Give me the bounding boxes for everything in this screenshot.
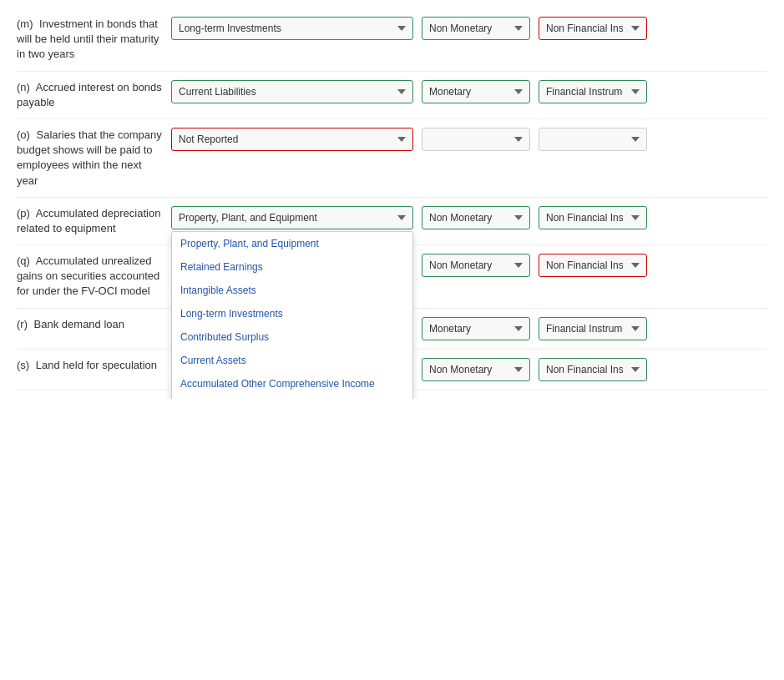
dropdowns-m: Property, Plant, and EquipmentRetained E… [171,17,767,40]
label-p: (p) Accumulated depreciation related to … [17,206,171,236]
row-letter-n: (n) [17,81,30,93]
col2-wrap-m: MonetaryNon Monetary [422,17,530,40]
col2-wrap-s: MonetaryNon Monetary [422,358,530,381]
col3-wrap-o: Financial InstrumentNon Financial Instru… [539,128,647,151]
dropdowns-p: Property, Plant, and EquipmentRetained E… [171,206,767,229]
row-letter-o: (o) [17,128,30,141]
col1-select-p[interactable]: Property, Plant, and EquipmentRetained E… [171,206,413,229]
col2-select-p[interactable]: MonetaryNon Monetary [422,206,530,229]
col2-wrap-r: MonetaryNon Monetary [422,317,530,340]
col1-select-m[interactable]: Property, Plant, and EquipmentRetained E… [171,17,413,40]
col2-select-o[interactable]: MonetaryNon Monetary [422,128,530,151]
label-m: (m) Investment in bonds that will be hel… [17,17,171,63]
col3-select-q[interactable]: Financial InstrumentNon Financial Instru… [539,254,647,277]
row-letter-r: (r) [17,318,28,330]
col2-select-m[interactable]: MonetaryNon Monetary [422,17,530,40]
col3-wrap-n: Financial InstrumentNon Financial Instru… [539,80,647,103]
col3-wrap-m: Financial InstrumentNon Financial Instru… [539,17,647,40]
label-r: (r) Bank demand loan [17,317,171,332]
dropdown-option-long-term-investments[interactable]: Long-term Investments [172,302,412,325]
label-n: (n) Accrued interest on bonds payable [17,80,171,110]
main-table: (m) Investment in bonds that will be hel… [17,8,767,390]
row-letter-m: (m) [17,18,33,30]
col2-wrap-n: MonetaryNon Monetary [422,80,530,103]
col3-select-o[interactable]: Financial InstrumentNon Financial Instru… [539,128,647,151]
dropdown-option-contributed-surplus[interactable]: Contributed Surplus [172,325,412,349]
col3-select-s[interactable]: Financial InstrumentNon Financial Instru… [539,358,647,381]
row-letter-p: (p) [17,207,30,219]
dropdown-option-intangible-assets[interactable]: Intangible Assets [172,279,412,302]
dropdown-option-capital-shares[interactable]: Capital Shares [172,395,412,399]
col2-select-q[interactable]: MonetaryNon Monetary [422,254,530,277]
col3-select-n[interactable]: Financial InstrumentNon Financial Instru… [539,80,647,103]
label-o: (o) Salaries that the company budget sho… [17,128,171,189]
col2-select-s[interactable]: MonetaryNon Monetary [422,358,530,381]
col1-select-n[interactable]: Property, Plant, and EquipmentRetained E… [171,80,413,103]
row-n: (n) Accrued interest on bonds payablePro… [17,72,767,119]
col3-wrap-q: Financial InstrumentNon Financial Instru… [539,254,647,277]
dropdowns-n: Property, Plant, and EquipmentRetained E… [171,80,767,103]
col2-select-n[interactable]: MonetaryNon Monetary [422,80,530,103]
col3-select-m[interactable]: Financial InstrumentNon Financial Instru… [539,17,647,40]
col3-select-r[interactable]: Financial InstrumentNon Financial Instru… [539,317,647,340]
dropdown-option-current-assets[interactable]: Current Assets [172,349,412,372]
label-s: (s) Land held for speculation [17,358,171,373]
col2-wrap-p: MonetaryNon Monetary [422,206,530,229]
col3-wrap-r: Financial InstrumentNon Financial Instru… [539,317,647,340]
col1-wrap-m: Property, Plant, and EquipmentRetained E… [171,17,413,40]
col1-wrap-n: Property, Plant, and EquipmentRetained E… [171,80,413,103]
col1-wrap-p: Property, Plant, and EquipmentRetained E… [171,206,413,229]
col3-select-p[interactable]: Financial InstrumentNon Financial Instru… [539,206,647,229]
dropdown-overlay-p: Property, Plant, and EquipmentRetained E… [171,231,413,399]
col2-select-r[interactable]: MonetaryNon Monetary [422,317,530,340]
row-letter-s: (s) [17,359,29,371]
dropdown-option-retained-earnings[interactable]: Retained Earnings [172,255,412,279]
col2-wrap-q: MonetaryNon Monetary [422,254,530,277]
row-o: (o) Salaries that the company budget sho… [17,119,767,198]
col1-wrap-o: Property, Plant, and EquipmentRetained E… [171,128,413,151]
row-p: (p) Accumulated depreciation related to … [17,198,767,245]
col2-wrap-o: MonetaryNon Monetary [422,128,530,151]
dropdown-option-property,-plant,-and-equipment[interactable]: Property, Plant, and Equipment [172,232,412,255]
row-letter-q: (q) [17,254,30,267]
col1-select-o[interactable]: Property, Plant, and EquipmentRetained E… [171,128,413,151]
row-m: (m) Investment in bonds that will be hel… [17,8,767,72]
label-q: (q) Accumulated unrealized gains on secu… [17,254,171,300]
dropdown-option-accumulated-other-comprehensive-income[interactable]: Accumulated Other Comprehensive Income [172,372,412,395]
col3-wrap-s: Financial InstrumentNon Financial Instru… [539,358,647,381]
dropdowns-o: Property, Plant, and EquipmentRetained E… [171,128,767,151]
col3-wrap-p: Financial InstrumentNon Financial Instru… [539,206,647,229]
